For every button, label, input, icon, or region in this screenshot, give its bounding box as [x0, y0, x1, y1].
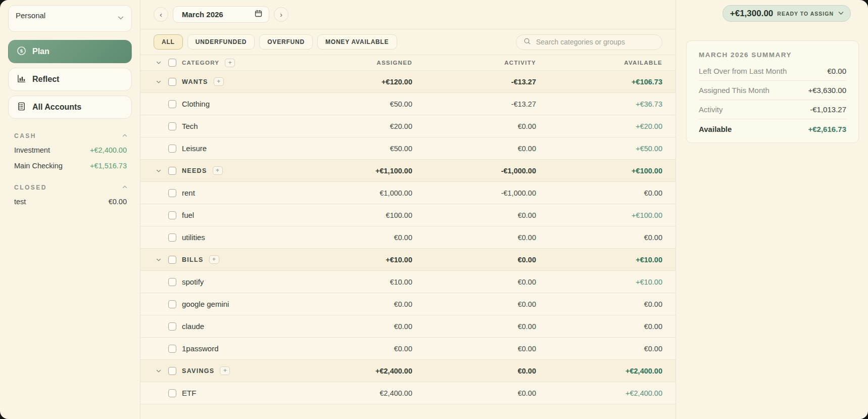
account-section-header[interactable]: CLOSED — [14, 181, 128, 194]
category-row[interactable]: Leisure €50.00 €0.00 +€50.00 — [140, 137, 676, 160]
add-group-button[interactable]: + — [225, 59, 235, 67]
group-checkbox[interactable] — [168, 256, 176, 264]
add-category-button[interactable]: + — [214, 77, 224, 86]
category-activity: -€1,000.00 — [412, 189, 536, 197]
group-activity: -€13.27 — [412, 78, 536, 86]
category-name: google gemini — [182, 300, 229, 308]
filter-chip-label: ALL — [162, 38, 175, 45]
account-list: test €0.00 — [14, 194, 128, 209]
group-row[interactable]: NEEDS + +€1,100.00 -€1,000.00 +€100.00 — [140, 160, 676, 182]
account-row[interactable]: Main Checking +€1,516.73 — [14, 158, 128, 173]
filter-chip[interactable]: MONEY AVAILABLE — [317, 34, 397, 50]
filter-chip[interactable]: UNDERFUNDED — [187, 34, 255, 50]
chevron-down-icon[interactable] — [156, 168, 163, 174]
summary-row-label: Left Over from Last Month — [699, 67, 787, 75]
account-section-header[interactable]: CASH — [14, 130, 128, 142]
category-row[interactable]: fuel €100.00 €0.00 +€100.00 — [140, 204, 676, 226]
ready-to-assign-label: READY TO ASSIGN — [777, 11, 834, 17]
sidebar-item-plan[interactable]: $ Plan — [8, 40, 132, 63]
group-name: NEEDS — [182, 167, 207, 174]
category-checkbox[interactable] — [168, 189, 176, 197]
chevron-down-icon[interactable] — [156, 79, 163, 85]
chevron-down-icon[interactable] — [156, 257, 163, 263]
group-checkbox[interactable] — [168, 167, 176, 175]
account-balance: +€2,400.00 — [90, 146, 127, 154]
category-row[interactable]: Tech €20.00 €0.00 +€20.00 — [140, 115, 676, 137]
category-checkbox[interactable] — [168, 211, 176, 219]
group-row[interactable]: SAVINGS + +€2,400.00 €0.00 +€2,400.00 — [140, 360, 676, 382]
ledger-icon — [17, 102, 26, 113]
previous-month-button[interactable]: ‹ — [154, 7, 168, 22]
category-checkbox[interactable] — [168, 345, 176, 353]
category-checkbox[interactable] — [168, 145, 176, 153]
ready-to-assign-amount: +€1,300.00 — [730, 9, 774, 19]
category-checkbox[interactable] — [168, 122, 176, 130]
account-balance: €0.00 — [109, 198, 127, 206]
search-box[interactable] — [516, 34, 662, 50]
filter-chip-label: UNDERFUNDED — [196, 38, 247, 45]
filter-chip-label: OVERFUND — [267, 38, 305, 45]
group-checkbox[interactable] — [168, 78, 176, 86]
category-row[interactable]: rent €1,000.00 -€1,000.00 €0.00 — [140, 182, 676, 204]
add-category-button[interactable]: + — [213, 166, 223, 175]
category-name: Leisure — [182, 144, 207, 153]
collapse-all-chevron-icon[interactable] — [156, 60, 163, 66]
account-row[interactable]: Investment +€2,400.00 — [14, 142, 128, 158]
category-checkbox[interactable] — [168, 322, 176, 331]
filter-chip[interactable]: OVERFUND — [259, 34, 313, 50]
next-month-button[interactable]: › — [274, 7, 288, 22]
category-assigned: €2,400.00 — [291, 389, 412, 397]
account-row[interactable]: test €0.00 — [14, 194, 128, 209]
sidebar-item-reflect[interactable]: Reflect — [8, 68, 132, 91]
category-checkbox[interactable] — [168, 278, 176, 286]
add-category-button[interactable]: + — [209, 255, 219, 264]
category-row[interactable]: claude €0.00 €0.00 €0.00 — [140, 315, 676, 338]
category-row[interactable]: Clothing €50.00 -€13.27 +€36.73 — [140, 93, 676, 115]
group-available: +€106.73 — [536, 78, 662, 86]
filter-chip[interactable]: ALL — [154, 34, 183, 50]
account-section: CLOSED test €0.00 — [14, 181, 128, 209]
group-checkbox[interactable] — [168, 367, 176, 375]
summary-row: Available +€2,616.73 — [699, 119, 846, 138]
sidebar-item-label: Reflect — [32, 75, 59, 84]
account-list: Investment +€2,400.00 Main Checking +€1,… — [14, 142, 128, 173]
sidebar-item-all-accounts[interactable]: All Accounts — [8, 96, 132, 119]
category-checkbox[interactable] — [168, 389, 176, 397]
summary-row: Activity -€1,013.27 — [699, 100, 846, 119]
summary-row-value: +€3,630.00 — [808, 86, 847, 95]
column-header-category: CATEGORY — [182, 60, 219, 66]
category-assigned: €50.00 — [291, 100, 412, 108]
summary-row: Left Over from Last Month €0.00 — [699, 62, 846, 81]
category-activity: €0.00 — [412, 145, 536, 153]
select-all-checkbox[interactable] — [168, 59, 176, 67]
chevron-down-icon[interactable] — [156, 368, 163, 374]
month-picker[interactable]: March 2026 — [173, 6, 269, 23]
category-available: +€20.00 — [536, 122, 662, 130]
category-row[interactable]: utilities €0.00 €0.00 €0.00 — [140, 226, 676, 249]
account-section: CASH Investment +€2,400.00 Main Checking… — [14, 130, 128, 173]
category-row[interactable]: ETF €2,400.00 €0.00 +€2,400.00 — [140, 382, 676, 404]
search-input[interactable] — [535, 37, 655, 46]
summary-row-label: Available — [699, 125, 732, 133]
category-name: 1password — [182, 344, 219, 353]
chevron-up-icon — [122, 132, 128, 140]
category-checkbox[interactable] — [168, 234, 176, 242]
category-checkbox[interactable] — [168, 100, 176, 108]
sidebar-nav: $ Plan Reflect All Accounts — [8, 40, 132, 119]
category-activity: -€13.27 — [412, 100, 536, 108]
category-row[interactable]: google gemini €0.00 €0.00 €0.00 — [140, 293, 676, 315]
ready-to-assign-button[interactable]: +€1,300.00 READY TO ASSIGN — [722, 5, 851, 22]
summary-row-label: Assigned This Month — [699, 86, 769, 95]
add-category-button[interactable]: + — [220, 366, 230, 375]
group-row[interactable]: BILLS + +€10.00 €0.00 +€10.00 — [140, 249, 676, 271]
group-row[interactable]: WANTS + +€120.00 -€13.27 +€106.73 — [140, 71, 676, 93]
budget-selector[interactable]: Personal — [8, 5, 132, 32]
month-navigation-bar: ‹ March 2026 › — [140, 0, 676, 29]
category-checkbox[interactable] — [168, 300, 176, 308]
arrow-left-icon: ‹ — [160, 10, 162, 19]
category-row[interactable]: spotify €10.00 €0.00 +€10.00 — [140, 271, 676, 293]
group-assigned: +€10.00 — [291, 256, 412, 264]
account-section-title: CASH — [14, 132, 36, 139]
category-row[interactable]: 1password €0.00 €0.00 €0.00 — [140, 338, 676, 360]
account-name: test — [14, 198, 26, 206]
